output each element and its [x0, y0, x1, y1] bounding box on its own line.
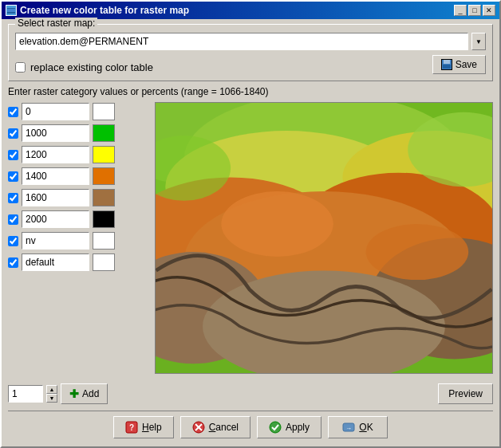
- svg-point-28: [270, 422, 281, 433]
- spinner-up-button[interactable]: ▲: [46, 385, 57, 394]
- svg-point-22: [366, 224, 469, 280]
- apply-label: Apply: [286, 422, 310, 433]
- color-value-3[interactable]: [22, 167, 89, 185]
- bottom-row: ▲ ▼ ✚ Add Preview: [8, 382, 493, 406]
- color-check-1[interactable]: [8, 128, 18, 139]
- ok-label: OK: [359, 422, 373, 433]
- maximize-button[interactable]: □: [468, 5, 481, 16]
- ok-button[interactable]: → OK: [328, 416, 388, 438]
- cancel-label: Cancel: [209, 422, 239, 433]
- color-row-4: [8, 188, 150, 207]
- main-window: Create new color table for raster map _ …: [0, 0, 501, 448]
- help-label: Help: [142, 422, 162, 433]
- color-row-6: [8, 231, 150, 250]
- spinner-input[interactable]: [8, 385, 43, 403]
- save-label: Save: [456, 59, 477, 70]
- close-button[interactable]: ✕: [483, 5, 495, 16]
- raster-group-box: Select raster map: ▼ replace existing co…: [8, 24, 493, 81]
- svg-rect-6: [443, 65, 451, 69]
- replace-checkbox-row: replace existing color table: [15, 61, 153, 73]
- range-label: Enter raster category values or percents…: [8, 86, 493, 97]
- color-swatch-6[interactable]: [93, 232, 115, 250]
- window-title: Create new color table for raster map: [20, 5, 189, 16]
- color-row-1: [8, 124, 150, 143]
- spinner-down-button[interactable]: ▼: [46, 394, 57, 403]
- titlebar: Create new color table for raster map _ …: [2, 2, 499, 19]
- ok-icon: →: [342, 421, 355, 434]
- add-label: Add: [82, 388, 99, 399]
- preview-area: [155, 102, 493, 374]
- svg-rect-5: [444, 60, 450, 64]
- color-value-0[interactable]: [22, 103, 89, 120]
- color-swatch-0[interactable]: [93, 103, 115, 120]
- color-row-0: [8, 102, 150, 121]
- raster-row: ▼: [15, 33, 486, 50]
- color-swatch-5[interactable]: [93, 210, 115, 228]
- color-value-4[interactable]: [22, 189, 89, 206]
- color-value-2[interactable]: [22, 146, 89, 163]
- plus-icon: ✚: [69, 387, 79, 400]
- main-area: [8, 102, 493, 374]
- color-check-2[interactable]: [8, 150, 18, 160]
- app-icon: [6, 5, 17, 16]
- preview-button[interactable]: Preview: [438, 383, 493, 404]
- color-row-3: [8, 167, 150, 186]
- color-value-1[interactable]: [22, 124, 89, 142]
- dialog-buttons: ? Help Cancel: [8, 411, 493, 442]
- titlebar-buttons: _ □ ✕: [454, 5, 495, 16]
- save-icon: [441, 59, 452, 70]
- color-value-6[interactable]: [22, 232, 89, 250]
- svg-text:?: ?: [129, 423, 134, 432]
- color-check-6[interactable]: [8, 236, 18, 246]
- color-swatch-1[interactable]: [93, 124, 115, 142]
- raster-map-input[interactable]: [15, 33, 468, 50]
- apply-button[interactable]: Apply: [257, 416, 322, 438]
- svg-text:→: →: [345, 425, 352, 432]
- color-value-7[interactable]: [22, 253, 89, 271]
- color-swatch-3[interactable]: [93, 167, 115, 185]
- help-button[interactable]: ? Help: [113, 416, 174, 438]
- color-row-5: [8, 210, 150, 229]
- color-check-7[interactable]: [8, 257, 18, 268]
- spinner-buttons: ▲ ▼: [46, 385, 57, 403]
- color-swatch-2[interactable]: [93, 146, 115, 163]
- terrain-svg: [156, 103, 492, 373]
- color-swatch-7[interactable]: [93, 253, 115, 271]
- color-swatch-4[interactable]: [93, 189, 115, 206]
- cancel-button[interactable]: Cancel: [180, 416, 250, 438]
- add-row: ▲ ▼ ✚ Add: [8, 383, 108, 404]
- color-check-3[interactable]: [8, 171, 18, 182]
- terrain-preview: [155, 102, 493, 374]
- svg-point-21: [221, 191, 333, 257]
- cancel-icon: [192, 421, 205, 434]
- titlebar-left: Create new color table for raster map: [6, 5, 189, 16]
- color-table: [8, 102, 150, 374]
- color-value-5[interactable]: [22, 210, 89, 228]
- color-check-4[interactable]: [8, 193, 18, 203]
- main-content: Select raster map: ▼ replace existing co…: [2, 19, 499, 446]
- color-row-2: [8, 145, 150, 164]
- raster-dropdown-button[interactable]: ▼: [471, 33, 486, 50]
- replace-label: replace existing color table: [30, 61, 153, 73]
- add-button[interactable]: ✚ Add: [61, 383, 108, 404]
- color-check-0[interactable]: [8, 107, 18, 117]
- minimize-button[interactable]: _: [454, 5, 467, 16]
- color-check-5[interactable]: [8, 214, 18, 225]
- raster-group-label: Select raster map:: [15, 18, 97, 29]
- apply-icon: [269, 421, 282, 434]
- help-icon: ?: [125, 421, 138, 434]
- color-row-7: [8, 253, 150, 272]
- replace-checkbox[interactable]: [15, 62, 26, 73]
- save-button[interactable]: Save: [432, 55, 486, 74]
